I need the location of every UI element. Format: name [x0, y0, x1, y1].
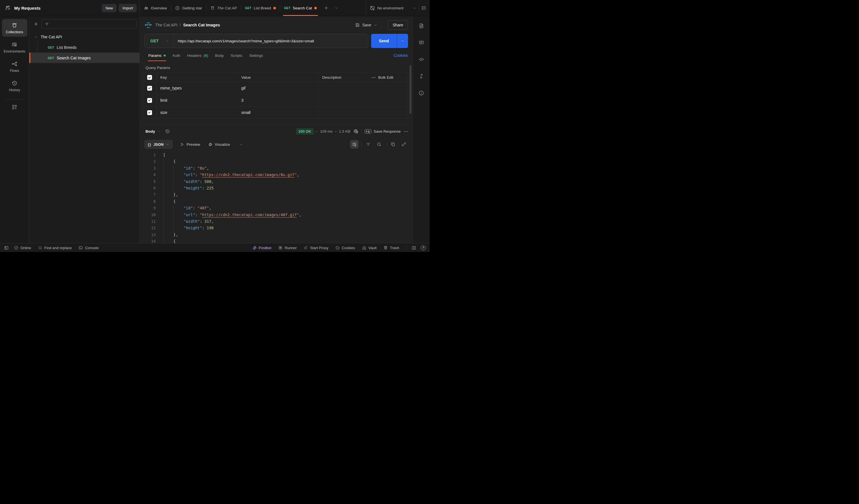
toggle-sidebar-icon[interactable] [4, 245, 9, 250]
breadcrumb-separator: / [180, 23, 181, 27]
code-snippet-icon[interactable] [419, 57, 424, 62]
flows-icon [11, 61, 18, 67]
response-more-icon[interactable] [404, 131, 408, 133]
sidebar-item-flows[interactable]: Flows [2, 58, 27, 75]
new-button[interactable]: New [102, 4, 117, 12]
help-icon[interactable] [421, 245, 426, 250]
response-body-label[interactable]: Body [146, 129, 155, 134]
save-button[interactable]: Save [353, 22, 373, 28]
tab-scripts[interactable]: Scripts [227, 50, 246, 61]
column-header-description: Description [319, 73, 368, 82]
vault-button[interactable]: Vault [362, 245, 377, 250]
request-tabs: Params Auth Headers (6) Body Scripts Set… [140, 50, 412, 61]
line-number: 7 [140, 192, 156, 198]
collection-filter-input[interactable] [42, 19, 137, 29]
tree-request-search-cat-images[interactable]: GET Search Cat Images [29, 52, 139, 63]
network-info-icon[interactable] [353, 129, 359, 134]
url-box: GET https://api.thecatapi.com/v1/images/… [144, 34, 368, 48]
tab-options-chevron[interactable] [332, 0, 341, 16]
param-value-cell[interactable]: small [238, 107, 319, 119]
sidebar-item-environments[interactable]: Environments [2, 39, 27, 56]
params-scrollbar[interactable] [409, 65, 411, 114]
save-options-chevron[interactable] [373, 23, 379, 27]
find-and-replace[interactable]: Find and replace [38, 246, 72, 250]
param-description-cell[interactable] [319, 94, 408, 107]
trash-button[interactable]: Trash [383, 245, 399, 250]
documentation-icon[interactable] [419, 23, 424, 29]
share-button[interactable]: Share [388, 20, 408, 30]
preview-button[interactable]: Preview [180, 142, 200, 147]
param-key-cell[interactable]: limit [157, 94, 238, 107]
tab-settings[interactable]: Settings [246, 50, 267, 61]
param-key-cell[interactable]: mime_types [157, 82, 238, 94]
environment-selector[interactable]: No environment [366, 0, 430, 16]
share-link-icon[interactable] [400, 140, 408, 149]
visualize-button[interactable]: Visualize [208, 142, 230, 147]
runner-button[interactable]: Runner [278, 245, 297, 250]
comments-icon[interactable] [419, 40, 424, 45]
bulk-edit-button[interactable]: Bulk Edit [368, 73, 408, 82]
param-enabled-checkbox[interactable] [142, 82, 157, 94]
cookies-button[interactable]: Cookies [335, 245, 355, 250]
tab-overview[interactable]: Overview [140, 0, 171, 16]
method-selector[interactable]: GET [145, 34, 174, 48]
tree-request-list-breeds[interactable]: GET List Breeds [29, 42, 139, 52]
filter-response-icon[interactable] [364, 140, 373, 149]
breadcrumb-collection[interactable]: The Cat API [155, 23, 177, 27]
wrap-text-icon[interactable] [350, 140, 359, 149]
tab-list-breeds[interactable]: GET List Breed [241, 0, 280, 16]
response-history-icon[interactable] [165, 129, 170, 134]
response-body-json[interactable]: 1 [ 2 { 3 [140, 151, 412, 243]
tab-body[interactable]: Body [212, 50, 227, 61]
runner-icon [278, 245, 283, 250]
code-line: 1 [ [140, 152, 412, 158]
add-collection-icon[interactable] [33, 21, 39, 27]
tab-auth[interactable]: Auth [169, 50, 184, 61]
param-value-cell[interactable]: gif [238, 82, 319, 94]
info-icon[interactable] [418, 90, 424, 96]
line-number: 1 [140, 152, 156, 158]
cookies-link[interactable]: Cookies [394, 53, 408, 58]
tab-search-cat-images[interactable]: GET Search Cat [280, 0, 321, 16]
save-response-button[interactable]: e.g. Save Response [365, 129, 401, 134]
tree-collection-the-cat-api[interactable]: The Cat API [29, 32, 139, 42]
two-pane-view-icon[interactable] [411, 245, 416, 250]
new-tab-button[interactable] [321, 0, 332, 16]
sidebar-item-history[interactable]: History [2, 77, 27, 95]
start-proxy-button[interactable]: Start Proxy [303, 245, 328, 250]
tab-params[interactable]: Params [145, 50, 169, 61]
send-options-chevron[interactable] [397, 34, 408, 48]
tab-collection-preview[interactable]: The Cat AP [206, 0, 241, 16]
line-number: 6 [140, 185, 156, 192]
code-line: 2 { [140, 158, 412, 165]
tab-getting-started[interactable]: Getting star [171, 0, 206, 16]
param-value-cell[interactable]: 3 [238, 94, 319, 107]
left-rail: Collections Environments Flows History [0, 16, 29, 243]
select-all-checkbox[interactable] [142, 73, 157, 82]
send-button[interactable]: Send [371, 34, 408, 48]
copy-response-icon[interactable] [389, 140, 397, 149]
tab-headers[interactable]: Headers (6) [184, 50, 212, 61]
import-button[interactable]: Import [119, 4, 137, 12]
param-description-cell[interactable] [319, 107, 408, 119]
view-options-chevron[interactable] [239, 143, 243, 146]
url-input[interactable]: https://api.thecatapi.com/v1/images/sear… [174, 34, 318, 48]
related-requests-icon[interactable] [419, 73, 424, 79]
breadcrumb-request-name[interactable]: Search Cat Images [183, 23, 220, 27]
status-badge[interactable]: 200 OK [296, 128, 314, 135]
sidebar-item-collections[interactable]: Collections [2, 19, 27, 37]
console-button[interactable]: Console [78, 245, 99, 250]
search-response-icon[interactable] [375, 140, 383, 149]
param-description-cell[interactable] [319, 82, 408, 94]
line-number: 9 [140, 205, 156, 211]
environment-quick-look-icon[interactable] [421, 5, 426, 11]
param-enabled-checkbox[interactable] [142, 94, 157, 107]
collections-icon [11, 22, 18, 28]
param-key-cell[interactable]: size [157, 107, 238, 119]
response-body-chevron[interactable] [157, 129, 161, 133]
response-format-dropdown[interactable]: {} JSON [144, 140, 173, 149]
configure-sidebar-icon[interactable] [11, 104, 18, 110]
online-status[interactable]: Online [14, 245, 31, 250]
postbot-button[interactable]: Postbot [252, 245, 271, 250]
param-enabled-checkbox[interactable] [142, 107, 157, 119]
